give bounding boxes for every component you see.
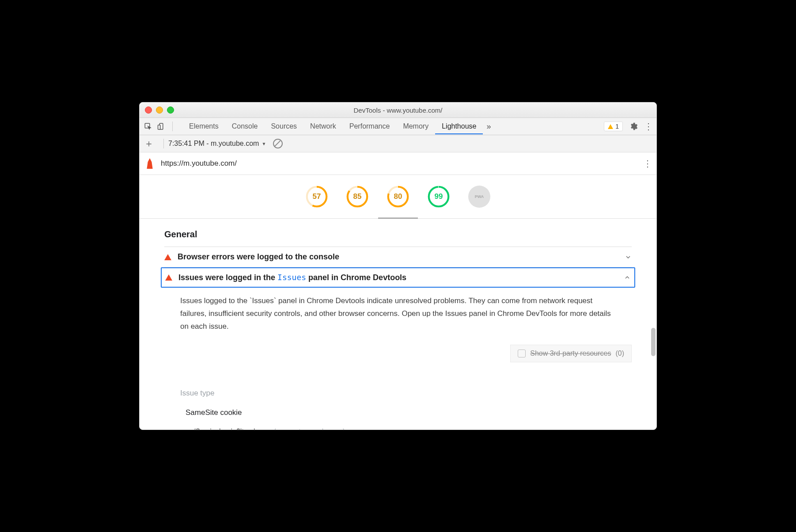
report-dropdown[interactable]: 7:35:41 PM - m.youtube.com ▼ xyxy=(168,140,266,148)
fail-icon xyxy=(164,254,171,260)
issues-count: 1 xyxy=(615,123,619,130)
tab-elements[interactable]: Elements xyxy=(182,118,225,134)
window-title: DevTools - www.youtube.com/ xyxy=(140,106,656,114)
tab-console[interactable]: Console xyxy=(225,118,265,134)
more-menu-icon[interactable]: ⋮ xyxy=(644,121,652,132)
gauge-accessibility[interactable]: 85 xyxy=(346,186,368,208)
gauge-performance[interactable]: 57 xyxy=(306,186,328,208)
audit-title: Browser errors were logged to the consol… xyxy=(178,252,339,262)
issue-type-header: Issue type xyxy=(180,362,632,398)
score-gauges: 57 85 80 99 PWA xyxy=(140,175,656,219)
report-header: https://m.youtube.com/ ⋮ xyxy=(140,152,656,175)
chevron-up-icon xyxy=(624,274,631,281)
issues-link[interactable]: Issues xyxy=(277,273,306,282)
issues-badge[interactable]: 1 xyxy=(604,122,623,131)
svg-rect-2 xyxy=(158,125,160,129)
checkbox-icon[interactable] xyxy=(518,350,526,357)
report-dropdown-label: 7:35:41 PM - m.youtube.com xyxy=(168,140,259,148)
svg-point-10 xyxy=(429,187,448,206)
more-tabs-icon[interactable]: » xyxy=(486,122,491,131)
settings-icon[interactable] xyxy=(629,122,638,131)
lighthouse-icon xyxy=(145,158,155,169)
chevron-down-icon xyxy=(625,254,632,261)
fail-icon xyxy=(165,274,172,281)
devtools-window: DevTools - www.youtube.com/ Elements Con… xyxy=(139,102,657,430)
tab-network[interactable]: Network xyxy=(303,118,343,134)
audit-description: Issues logged to the `Issues` panel in C… xyxy=(164,288,632,337)
report-menu-icon[interactable]: ⋮ xyxy=(643,158,651,169)
issue-host: (accounts.google.com) xyxy=(273,428,345,430)
pwa-label: PWA xyxy=(475,194,484,199)
issue-path: /ServiceLogin?ltmpl=… xyxy=(193,428,266,430)
gauge-best-practices[interactable]: 80 xyxy=(387,186,409,208)
clear-icon[interactable] xyxy=(273,139,283,148)
issue-entry[interactable]: /ServiceLogin?ltmpl=… (accounts.google.c… xyxy=(193,428,632,430)
tab-memory[interactable]: Memory xyxy=(396,118,435,134)
tab-performance[interactable]: Performance xyxy=(343,118,397,134)
third-party-count: (0) xyxy=(615,350,624,357)
device-toggle-icon[interactable] xyxy=(157,122,165,130)
issue-type: SameSite cookie xyxy=(186,408,632,417)
devtools-tabbar: Elements Console Sources Network Perform… xyxy=(140,118,656,135)
lighthouse-toolbar: ＋ 7:35:41 PM - m.youtube.com ▼ xyxy=(140,135,656,152)
titlebar: DevTools - www.youtube.com/ xyxy=(140,103,656,118)
audit-browser-errors[interactable]: Browser errors were logged to the consol… xyxy=(164,247,632,267)
third-party-toggle[interactable]: Show 3rd-party resources (0) xyxy=(510,345,632,362)
audit-issues-panel[interactable]: Issues were logged in the Issues panel i… xyxy=(161,267,635,288)
gauge-seo[interactable]: 99 xyxy=(428,186,450,208)
chevron-down-icon: ▼ xyxy=(262,141,266,146)
separator xyxy=(163,139,164,148)
new-report-button[interactable]: ＋ xyxy=(144,137,154,150)
separator xyxy=(172,122,173,131)
report-url: https://m.youtube.com/ xyxy=(161,159,237,168)
audit-title: Issues were logged in the Issues panel i… xyxy=(178,273,406,282)
scrollbar-thumb[interactable] xyxy=(651,328,656,356)
active-gauge-underline xyxy=(378,218,418,218)
section-heading: General xyxy=(164,229,632,239)
third-party-label: Show 3rd-party resources xyxy=(530,350,611,357)
gauge-pwa[interactable]: PWA xyxy=(468,186,490,208)
warning-icon xyxy=(608,124,613,129)
tab-sources[interactable]: Sources xyxy=(264,118,303,134)
report-body: General Browser errors were logged to th… xyxy=(140,219,656,430)
inspect-icon[interactable] xyxy=(144,122,152,130)
tab-lighthouse[interactable]: Lighthouse xyxy=(435,118,483,134)
